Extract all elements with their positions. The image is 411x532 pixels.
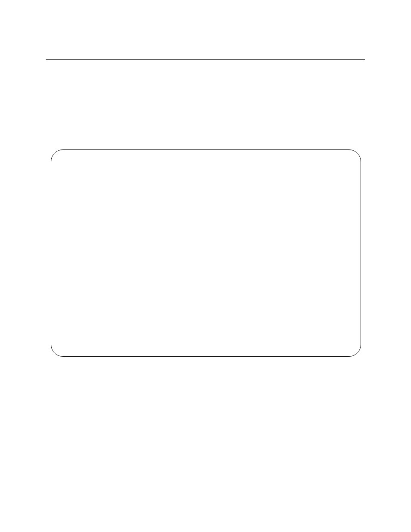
- horizontal-rule: [46, 59, 365, 60]
- content-box-outline: [51, 149, 361, 357]
